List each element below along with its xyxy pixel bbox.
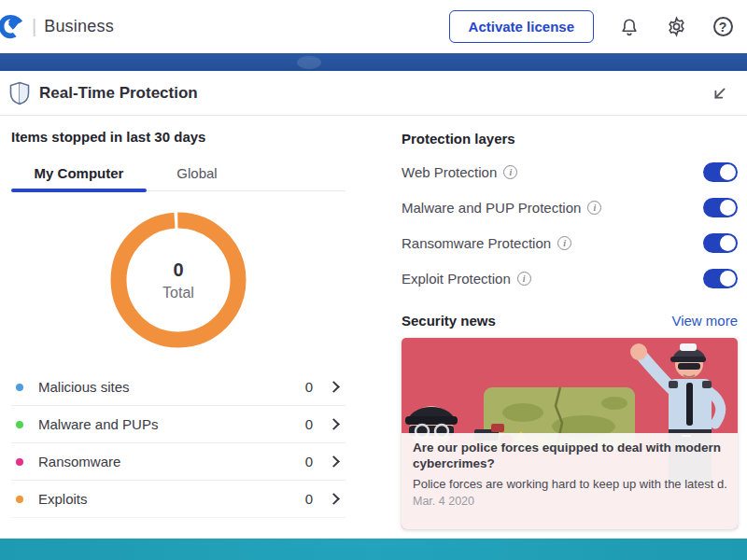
- news-summary: Police forces are working hard to keep u…: [413, 477, 726, 491]
- info-icon[interactable]: i: [587, 201, 601, 215]
- malicious-sites-dot: [16, 384, 23, 391]
- exploits-dot: [16, 496, 23, 503]
- panel-header: Real-Time Protection: [0, 71, 747, 116]
- ransomware-dot: [16, 458, 23, 466]
- view-more-link[interactable]: View more: [671, 313, 738, 329]
- malwarebytes-logo-icon: [0, 13, 24, 41]
- info-icon[interactable]: i: [557, 236, 571, 250]
- stat-count: 0: [305, 416, 330, 432]
- malware-pup-protection-toggle[interactable]: [703, 198, 738, 217]
- layer-row-malware-pup-protection: Malware and PUP Protection i: [402, 198, 738, 217]
- stat-count: 0: [305, 379, 330, 395]
- brand-separator: |: [32, 16, 36, 37]
- stat-label: Malicious sites: [38, 379, 130, 395]
- layer-row-web-protection: Web Protection i: [402, 162, 738, 182]
- chevron-right-icon[interactable]: [328, 381, 340, 393]
- gear-icon[interactable]: [665, 16, 687, 38]
- security-news-title: Security news: [402, 313, 496, 329]
- news-headline: Are our police forces equipped to deal w…: [413, 441, 726, 472]
- chevron-right-icon[interactable]: [328, 493, 340, 505]
- layer-label: Ransomware Protection: [402, 235, 551, 251]
- top-bar: | Business Activate license ?: [0, 0, 747, 53]
- stat-label: Malware and PUPs: [38, 416, 158, 432]
- malware-pups-dot: [16, 421, 23, 428]
- stat-label: Exploits: [38, 491, 88, 507]
- items-stopped-title: Items stopped in last 30 days: [11, 129, 345, 145]
- items-stopped-donut-chart: 0 Total: [110, 212, 247, 348]
- stat-row-exploits[interactable]: Exploits 0: [11, 481, 345, 518]
- navy-accent-strip: [0, 53, 747, 71]
- protection-layers-title: Protection layers: [402, 131, 738, 147]
- ransomware-protection-toggle[interactable]: [703, 233, 738, 253]
- brand: | Business: [0, 13, 114, 41]
- stat-count: 0: [305, 491, 330, 507]
- tab-my-computer[interactable]: My Computer: [11, 158, 147, 190]
- info-icon[interactable]: i: [517, 272, 531, 286]
- collapse-arrow-icon[interactable]: [710, 83, 730, 104]
- chevron-right-icon[interactable]: [328, 418, 340, 430]
- bell-icon[interactable]: [618, 16, 641, 38]
- donut-total-value: 0: [173, 259, 183, 281]
- news-date: Mar. 4 2020: [413, 495, 726, 508]
- exploit-protection-toggle[interactable]: [703, 269, 738, 288]
- shield-icon: [9, 81, 30, 105]
- tab-global[interactable]: Global: [147, 158, 247, 190]
- stat-count: 0: [305, 454, 330, 469]
- stat-label: Ransomware: [38, 454, 120, 469]
- real-time-protection-panel: Real-Time Protection Items stopped in la…: [0, 71, 747, 539]
- layer-label: Malware and PUP Protection: [402, 200, 581, 216]
- donut-total-label: Total: [162, 285, 194, 301]
- stat-row-malware-pups[interactable]: Malware and PUPs 0: [11, 406, 345, 443]
- layer-row-ransomware-protection: Ransomware Protection i: [402, 233, 738, 253]
- help-icon[interactable]: ?: [712, 16, 734, 38]
- layer-label: Web Protection: [402, 164, 497, 180]
- activate-license-button[interactable]: Activate license: [449, 10, 594, 43]
- news-card[interactable]: Are our police forces equipped to deal w…: [402, 338, 738, 529]
- stat-row-malicious-sites[interactable]: Malicious sites 0: [11, 369, 345, 406]
- web-protection-toggle[interactable]: [703, 162, 738, 182]
- stat-list: Malicious sites 0 Malware and PUPs 0 Ran…: [11, 369, 345, 518]
- layer-label: Exploit Protection: [402, 271, 511, 287]
- chevron-right-icon[interactable]: [328, 455, 340, 468]
- news-text-overlay: Are our police forces equipped to deal w…: [402, 433, 738, 529]
- stats-tabs: My Computer Global: [11, 158, 345, 191]
- desktop-background-strip: [0, 539, 747, 560]
- stat-row-ransomware[interactable]: Ransomware 0: [11, 443, 345, 481]
- layer-row-exploit-protection: Exploit Protection i: [402, 269, 738, 288]
- info-icon[interactable]: i: [503, 165, 517, 179]
- brand-name: Business: [44, 17, 114, 36]
- panel-title: Real-Time Protection: [39, 84, 198, 103]
